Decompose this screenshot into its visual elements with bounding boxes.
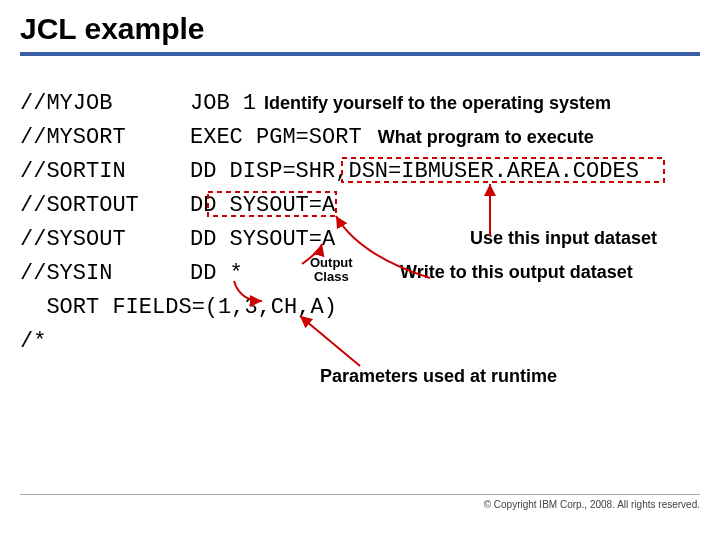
code-line-3: //SORTIN DD DISP=SHR,DSN=IBMUSER.AREA.CO… (20, 154, 720, 188)
code-l5-right: DD SYSOUT=A (190, 227, 335, 252)
code-line-2: //MYSORT EXEC PGM=SORT What program to e… (20, 120, 720, 154)
footer-copyright: © Copyright IBM Corp., 2008. All rights … (20, 494, 700, 510)
code-l7: SORT FIELDS=(1,3,CH,A) (20, 295, 337, 320)
code-l1-left: //MYJOB (20, 91, 190, 116)
code-l4-right: DD SYSOUT=A (190, 193, 335, 218)
code-line-6: //SYSIN DD * Output Class Write to this … (20, 256, 720, 290)
code-line-7: SORT FIELDS=(1,3,CH,A) (20, 290, 720, 324)
ann-program: What program to execute (378, 127, 594, 148)
code-l8: /* (20, 329, 46, 354)
ann-identify: Identify yourself to the operating syste… (264, 93, 611, 114)
ann-output-class-1: Output (310, 256, 353, 270)
code-l4-left: //SORTOUT (20, 193, 190, 218)
code-l2-left: //MYSORT (20, 125, 190, 150)
slide-content: //MYJOB JOB 1 Identify yourself to the o… (0, 86, 720, 358)
code-l3-left: //SORTIN (20, 159, 190, 184)
code-l3-right: DD DISP=SHR,DSN=IBMUSER.AREA.CODES (190, 159, 639, 184)
code-line-5: //SYSOUT DD SYSOUT=A Use this input data… (20, 222, 720, 256)
ann-output-ds: Write to this output dataset (400, 262, 633, 283)
ann-runtime: Parameters used at runtime (320, 366, 557, 387)
code-line-8: /* (20, 324, 720, 358)
ann-input-ds: Use this input dataset (470, 228, 657, 249)
code-l6-left: //SYSIN (20, 261, 190, 286)
slide-title: JCL example (0, 0, 720, 52)
title-underline (20, 52, 700, 56)
ann-output-class-2: Class (310, 270, 353, 284)
code-l5-left: //SYSOUT (20, 227, 190, 252)
code-l1-right: JOB 1 (190, 91, 256, 116)
code-line-4: //SORTOUT DD SYSOUT=A (20, 188, 720, 222)
code-l2-right: EXEC PGM=SORT (190, 125, 362, 150)
code-l6-right: DD * (190, 261, 243, 286)
code-line-1: //MYJOB JOB 1 Identify yourself to the o… (20, 86, 720, 120)
